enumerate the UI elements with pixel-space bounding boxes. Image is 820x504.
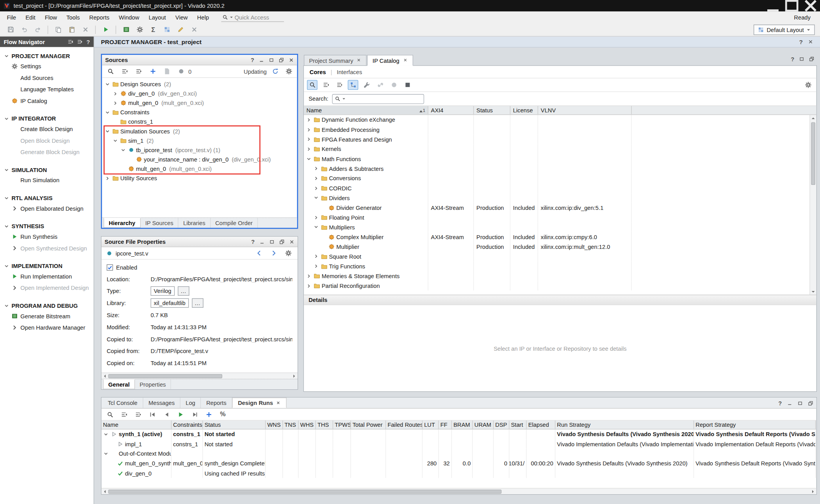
create-run-icon[interactable] (203, 409, 214, 419)
tab-reports[interactable]: Reports (201, 398, 232, 408)
undo-icon[interactable] (19, 25, 29, 34)
menu-flow[interactable]: Flow (40, 11, 62, 23)
scroll-left-icon[interactable] (102, 488, 108, 495)
chevron-right-icon[interactable] (105, 175, 111, 181)
flow-nav-section-header[interactable]: IMPLEMENTATION (0, 261, 94, 271)
chevron-right-icon[interactable] (313, 185, 319, 191)
close-icon[interactable] (276, 401, 281, 405)
menu-layout[interactable]: Layout (144, 11, 171, 23)
flow-nav-item-open-elaborated-design[interactable]: Open Elaborated Design (0, 203, 94, 214)
chevron-right-icon[interactable] (112, 100, 118, 106)
redo-icon[interactable] (32, 25, 43, 34)
forward-icon[interactable] (268, 248, 279, 258)
menu-reports[interactable]: Reports (84, 11, 114, 23)
flow-nav-item-generate-bitstream[interactable]: Generate Bitstream (0, 311, 94, 322)
settings-gear-icon[interactable] (283, 66, 294, 76)
close-button[interactable] (801, 0, 820, 11)
horizontal-scrollbar[interactable] (102, 373, 298, 379)
delete-icon[interactable] (80, 25, 91, 34)
float-icon[interactable] (279, 239, 284, 244)
catalog-row-floating-point[interactable]: Floating Point (304, 213, 809, 222)
percent-icon[interactable]: % (217, 409, 228, 419)
scroll-left-icon[interactable] (102, 373, 108, 379)
menu-file[interactable]: File (2, 11, 21, 23)
flow-nav-item-run-synthesis[interactable]: Run Synthesis (0, 231, 94, 242)
catalog-row-divider-generator[interactable]: Divider GeneratorAXI4-StreamProductionIn… (304, 203, 809, 213)
tree-item-constraints[interactable]: Constraints (102, 108, 297, 117)
chevron-right-icon[interactable] (313, 263, 319, 269)
catalog-row-adders-subtracters[interactable]: Adders & Subtracters (304, 164, 809, 174)
run-row-synth-1-active[interactable]: synth_1 (active)constrs_1Not startedViva… (102, 429, 816, 439)
tree-item-your-instance-name-div-gen-0[interactable]: your_instance_name : div_gen_0(div_gen_0… (102, 154, 297, 164)
property-input[interactable]: xil_defaultlib (151, 298, 189, 307)
minimize-button[interactable] (763, 0, 782, 11)
minimize-icon[interactable] (259, 239, 264, 244)
ellipsis-button[interactable]: … (178, 286, 189, 295)
run-row-mult-gen-0-synth-1[interactable]: mult_gen_0_synth_1mult_gen_0synth_design… (102, 459, 816, 469)
flow-nav-item-settings[interactable]: Settings (0, 60, 94, 72)
tab-tcl-console[interactable]: Tcl Console (103, 398, 143, 408)
link-icon[interactable] (375, 80, 385, 90)
catalog-row-dividers[interactable]: Dividers (304, 193, 809, 203)
chevron-right-icon[interactable] (313, 215, 319, 220)
maximize-icon[interactable] (269, 239, 275, 244)
chevron-down-icon[interactable] (103, 451, 109, 457)
help-icon[interactable]: ? (251, 57, 254, 63)
column-header-start[interactable]: Start (509, 421, 526, 429)
flow-nav-item-generate-block-design[interactable]: Generate Block Design (0, 146, 94, 158)
chevron-down-icon[interactable] (313, 224, 319, 230)
menu-tools[interactable]: Tools (62, 11, 85, 23)
column-header-uram[interactable]: URAM (473, 421, 494, 429)
quick-access-search[interactable]: Quick Access (221, 13, 284, 22)
catalog-row-cordic[interactable]: CORDIC (304, 183, 809, 193)
sum-icon[interactable]: Σ (148, 25, 159, 34)
tree-item-mult-gen-0[interactable]: mult_gen_0(mult_gen_0.xci) (102, 98, 297, 108)
run-row-impl-1[interactable]: impl_1constrs_1Not startedVivado Impleme… (102, 439, 816, 449)
expand-all-icon[interactable] (77, 39, 83, 45)
minimize-icon[interactable] (259, 57, 264, 62)
tree-item-simulation-sources[interactable]: Simulation Sources(2) (102, 126, 297, 136)
scrollbar-thumb[interactable] (108, 374, 222, 378)
flow-nav-section-header[interactable]: PROGRAM AND DEBUG (0, 301, 94, 310)
chevron-right-icon[interactable] (313, 254, 319, 259)
horizontal-scrollbar[interactable] (102, 488, 816, 494)
catalog-row-square-root[interactable]: Square Root (304, 252, 809, 261)
catalog-row-complex-multiplier[interactable]: Complex MultiplierAXI4-StreamProductionI… (304, 232, 809, 242)
copy-icon[interactable] (53, 25, 63, 34)
enabled-checkbox[interactable] (107, 264, 113, 270)
search-icon[interactable] (105, 66, 116, 76)
chevron-right-icon[interactable] (313, 176, 319, 181)
close-icon[interactable] (289, 239, 294, 244)
expand-all-icon[interactable] (134, 66, 144, 76)
vertical-scrollbar[interactable] (809, 115, 816, 295)
expand-all-icon[interactable] (334, 80, 345, 90)
maximize-button[interactable] (783, 0, 801, 11)
column-header-elapsed[interactable]: Elapsed (527, 421, 556, 429)
float-icon[interactable] (279, 57, 284, 62)
flow-nav-item-open-hardware-manager[interactable]: Open Hardware Manager (0, 322, 94, 333)
column-header-tpws[interactable]: TPWS (333, 421, 351, 429)
flow-nav-item-language-templates[interactable]: Language Templates (0, 83, 94, 95)
tab-hierarchy[interactable]: Hierarchy (103, 218, 141, 227)
flow-nav-section-header[interactable]: SYNTHESIS (0, 222, 94, 231)
flow-nav-item-open-synthesized-design[interactable]: Open Synthesized Design (0, 242, 94, 254)
close-icon[interactable] (289, 57, 294, 62)
messages-dot-icon[interactable] (176, 66, 186, 76)
collapse-all-icon[interactable] (119, 409, 129, 419)
flow-nav-section-header[interactable]: PROJECT MANAGER (0, 51, 94, 60)
column-header-status[interactable]: Status (474, 106, 510, 114)
maximize-icon[interactable] (269, 57, 274, 62)
column-header-name[interactable]: Name (102, 421, 171, 429)
chevron-down-icon[interactable] (103, 431, 109, 437)
run-row-out-of-context-module-runs[interactable]: Out-of-Context Module Runs (102, 449, 816, 459)
refresh-icon[interactable] (270, 66, 280, 76)
settings-gear-icon[interactable] (283, 248, 294, 258)
catalog-row-fpga-features-and-design[interactable]: FPGA Features and Design (304, 135, 809, 144)
catalog-row-dynamic-function-exchange[interactable]: Dynamic Function eXchange (304, 115, 809, 125)
chevron-down-icon[interactable] (105, 128, 111, 134)
column-header-dsp[interactable]: DSP (494, 421, 509, 429)
help-icon[interactable]: ? (251, 238, 255, 245)
flow-nav-item-add-sources[interactable]: Add Sources (0, 72, 94, 83)
search-icon[interactable] (105, 409, 115, 419)
catalog-row-memories-storage-elements[interactable]: Memories & Storage Elements (304, 271, 809, 281)
